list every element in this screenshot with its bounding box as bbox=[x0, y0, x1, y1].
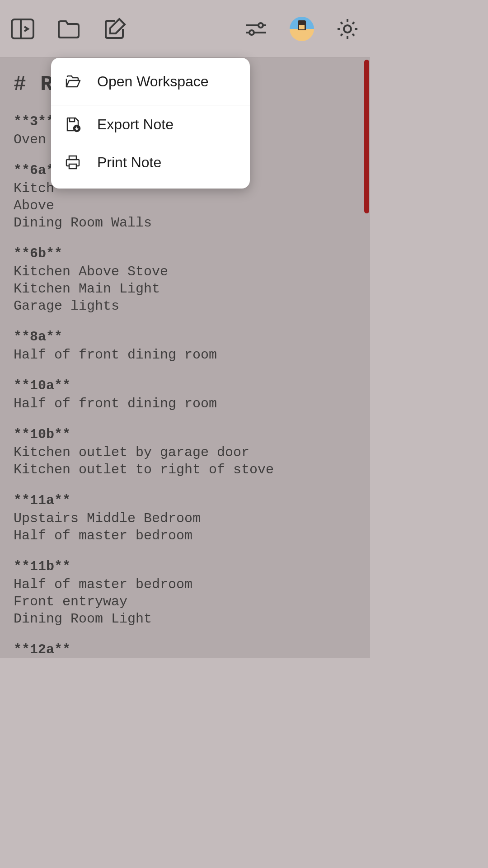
svg-point-6 bbox=[344, 25, 351, 33]
svg-rect-0 bbox=[12, 19, 33, 38]
svg-rect-9 bbox=[69, 164, 76, 169]
settings-gear-icon[interactable] bbox=[336, 17, 359, 41]
folder-icon[interactable] bbox=[57, 17, 80, 41]
save-download-icon bbox=[64, 115, 82, 133]
scrollbar-thumb[interactable] bbox=[364, 60, 369, 213]
printer-icon bbox=[64, 153, 82, 171]
avatar[interactable] bbox=[290, 17, 314, 41]
sidebar-toggle-icon[interactable] bbox=[11, 17, 34, 41]
menu-item-label: Open Workspace bbox=[97, 73, 209, 90]
menu-print-note[interactable]: Print Note bbox=[51, 143, 250, 181]
context-menu: Open Workspace Export Note Print Note bbox=[51, 58, 250, 189]
svg-point-5 bbox=[249, 30, 254, 35]
menu-export-note[interactable]: Export Note bbox=[51, 105, 250, 143]
menu-item-label: Print Note bbox=[97, 154, 161, 171]
sliders-icon[interactable] bbox=[244, 17, 268, 41]
menu-open-workspace[interactable]: Open Workspace bbox=[51, 58, 250, 105]
folder-open-icon bbox=[64, 72, 82, 90]
toolbar bbox=[0, 0, 370, 58]
menu-item-label: Export Note bbox=[97, 116, 174, 133]
edit-note-icon[interactable] bbox=[103, 17, 127, 41]
svg-point-3 bbox=[258, 23, 263, 28]
